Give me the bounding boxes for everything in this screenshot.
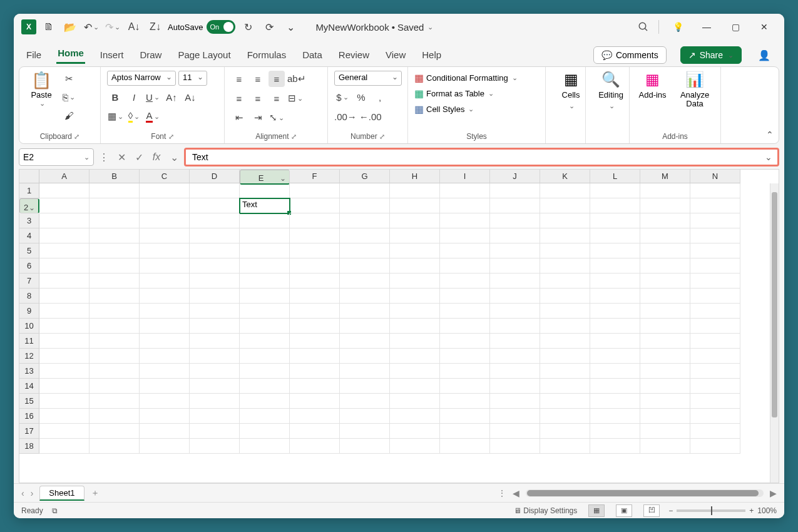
cell-F8[interactable] (290, 289, 340, 304)
cell-G1[interactable] (340, 183, 390, 198)
cell-E11[interactable] (240, 334, 290, 349)
number-format-select[interactable]: General (334, 71, 402, 86)
cell-F12[interactable] (290, 349, 340, 364)
cell-A16[interactable] (39, 409, 90, 424)
cell-J17[interactable] (490, 424, 540, 439)
cell-I16[interactable] (440, 409, 490, 424)
currency-button[interactable]: $⌄ (334, 89, 350, 105)
row-header-15[interactable]: 15 (19, 394, 39, 409)
cell-D5[interactable] (190, 243, 240, 258)
row-header-7[interactable]: 7 (19, 274, 39, 289)
cell-K1[interactable] (540, 183, 590, 198)
normal-view-button[interactable]: ▦ (588, 504, 605, 517)
cell-I15[interactable] (440, 394, 490, 409)
cell-M8[interactable] (640, 289, 690, 304)
cell-C6[interactable] (140, 258, 190, 274)
cell-G6[interactable] (340, 258, 390, 274)
cell-K14[interactable] (540, 379, 590, 394)
cell-styles-button[interactable]: ▦ Cell Styles⌄ (414, 103, 539, 115)
row-header-18[interactable]: 18 (19, 439, 39, 454)
font-name-select[interactable]: Aptos Narrow (107, 71, 176, 86)
cell-G17[interactable] (340, 424, 390, 439)
align-right-button[interactable]: ≡ (269, 90, 285, 106)
cell-H15[interactable] (390, 394, 440, 409)
cell-J6[interactable] (490, 258, 540, 274)
cell-E12[interactable] (240, 349, 290, 364)
new-file-icon[interactable]: 🗎 (40, 18, 58, 36)
cell-G2[interactable] (340, 198, 390, 213)
cell-D7[interactable] (190, 274, 240, 289)
cell-M14[interactable] (640, 379, 690, 394)
cell-I5[interactable] (440, 243, 490, 258)
sync-icon[interactable]: ⟳ (260, 18, 278, 36)
align-left-button[interactable]: ≡ (231, 90, 247, 106)
fx-menu-icon[interactable]: ⋮ (96, 149, 111, 165)
cell-K4[interactable] (540, 228, 590, 243)
cell-D8[interactable] (190, 289, 240, 304)
cell-N14[interactable] (690, 379, 740, 394)
tab-data[interactable]: Data (301, 46, 324, 64)
sheet-options-icon[interactable]: ⋮ (498, 488, 506, 498)
cell-H4[interactable] (390, 228, 440, 243)
cell-E9[interactable] (240, 304, 290, 319)
cell-M6[interactable] (640, 258, 690, 274)
cell-G13[interactable] (340, 364, 390, 379)
tab-home[interactable]: Home (56, 44, 85, 64)
cell-N1[interactable] (690, 183, 740, 198)
cell-B1[interactable] (90, 183, 140, 198)
cell-D14[interactable] (190, 379, 240, 394)
cell-F6[interactable] (290, 258, 340, 274)
cell-N10[interactable] (690, 319, 740, 334)
cell-H2[interactable] (390, 198, 440, 213)
cell-I4[interactable] (440, 228, 490, 243)
cell-N15[interactable] (690, 394, 740, 409)
accessibility-icon[interactable]: ⧉ (52, 506, 58, 515)
cell-G5[interactable] (340, 243, 390, 258)
formula-expand-icon[interactable]: ⌄ (765, 152, 772, 162)
cell-J12[interactable] (490, 349, 540, 364)
cell-N7[interactable] (690, 274, 740, 289)
cell-D9[interactable] (190, 304, 240, 319)
cell-H12[interactable] (390, 349, 440, 364)
cell-A6[interactable] (39, 258, 90, 274)
cell-M1[interactable] (640, 183, 690, 198)
cell-L3[interactable] (590, 213, 640, 228)
cell-M4[interactable] (640, 228, 690, 243)
cell-B18[interactable] (90, 439, 140, 454)
cell-K17[interactable] (540, 424, 590, 439)
cell-A10[interactable] (39, 319, 90, 334)
cell-D6[interactable] (190, 258, 240, 274)
vertical-scrollbar[interactable] (770, 183, 779, 483)
cell-I10[interactable] (440, 319, 490, 334)
cell-A15[interactable] (39, 394, 90, 409)
cell-E5[interactable] (240, 243, 290, 258)
cell-L13[interactable] (590, 364, 640, 379)
cell-E2[interactable]: Text (240, 198, 290, 213)
cell-B3[interactable] (90, 213, 140, 228)
cell-K7[interactable] (540, 274, 590, 289)
cell-J1[interactable] (490, 183, 540, 198)
cell-M9[interactable] (640, 304, 690, 319)
cell-M13[interactable] (640, 364, 690, 379)
horizontal-scrollbar[interactable] (526, 489, 764, 497)
cell-L6[interactable] (590, 258, 640, 274)
formula-input[interactable]: Text ⌄ (184, 148, 779, 166)
cell-N13[interactable] (690, 364, 740, 379)
cell-L8[interactable] (590, 289, 640, 304)
cell-G8[interactable] (340, 289, 390, 304)
paste-button[interactable]: 📋 Paste ⌄ (26, 71, 57, 108)
format-painter-button[interactable]: 🖌 (61, 107, 77, 123)
cell-H11[interactable] (390, 334, 440, 349)
row-header-1[interactable]: 1 (19, 183, 39, 198)
decrease-decimal-button[interactable]: ←.00 (359, 108, 382, 125)
cell-N4[interactable] (690, 228, 740, 243)
cell-G16[interactable] (340, 409, 390, 424)
cell-N11[interactable] (690, 334, 740, 349)
tab-view[interactable]: View (384, 46, 407, 64)
cell-E13[interactable] (240, 364, 290, 379)
search-icon[interactable] (635, 18, 652, 36)
cell-I13[interactable] (440, 364, 490, 379)
cell-H1[interactable] (390, 183, 440, 198)
cell-D1[interactable] (190, 183, 240, 198)
cell-G9[interactable] (340, 304, 390, 319)
